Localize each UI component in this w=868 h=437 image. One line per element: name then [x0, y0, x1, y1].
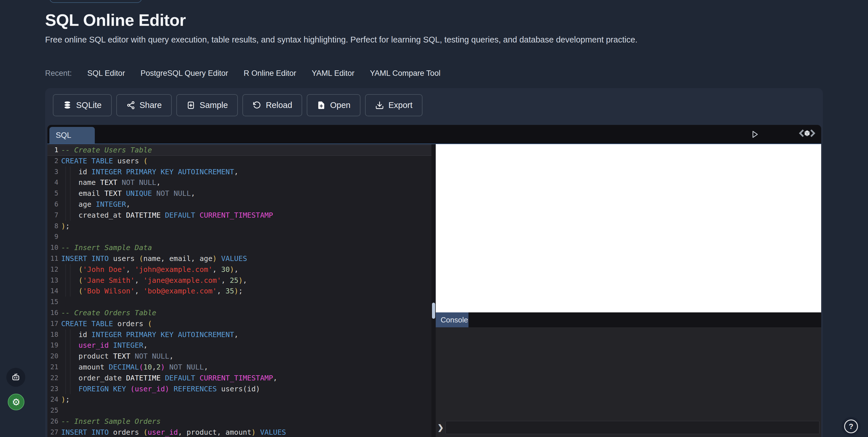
button-label: Reload	[266, 100, 292, 110]
code-text: created_at DATETIME DEFAULT CURRENT_TIME…	[61, 210, 431, 221]
line-number: 24	[48, 394, 61, 405]
code-text: INSERT INTO orders (user_id, product, am…	[61, 427, 431, 437]
console-prompt-row: ❯	[436, 421, 819, 434]
open-button[interactable]: Open	[307, 94, 361, 116]
code-line: 14 ('Bob Wilson', 'bob@example.com', 35)…	[48, 286, 431, 296]
editor-scrollbar[interactable]	[431, 144, 436, 437]
code-line: 8);	[48, 221, 431, 232]
code-line: 2CREATE TABLE users (	[48, 156, 431, 166]
button-label: Sample	[199, 100, 228, 110]
code-line: 9	[48, 231, 431, 242]
page: SQL Online Editor Free online SQL editor…	[0, 0, 868, 437]
code-line: 13 ('Jane Smith', 'jane@example.com', 25…	[48, 275, 431, 286]
database-icon	[63, 101, 72, 110]
recent-link-2[interactable]: PostgreSQL Query Editor	[141, 69, 228, 78]
toolbar: SQLiteShareSampleReloadOpenExport	[53, 94, 423, 116]
code-line: 21 amount DECIMAL(10,2) NOT NULL,	[48, 362, 431, 373]
code-preview-icon[interactable]	[799, 129, 815, 137]
code-text: email TEXT UNIQUE NOT NULL,	[61, 188, 431, 199]
code-text: );	[61, 394, 431, 405]
recent-link-5[interactable]: YAML Compare Tool	[370, 69, 441, 78]
code-line: 1-- Create Users Table	[48, 145, 431, 156]
console-tabbar: Console	[436, 312, 821, 327]
right-pane: Console ❯	[436, 144, 821, 437]
code-line: 18 id INTEGER PRIMARY KEY AUTOINCREMENT,	[48, 329, 431, 340]
line-number: 16	[48, 308, 61, 318]
code-text: FOREIGN KEY (user_id) REFERENCES users(i…	[61, 383, 431, 395]
sqlite-button[interactable]: SQLite	[53, 94, 112, 116]
file-open-icon	[317, 101, 326, 110]
button-label: SQLite	[76, 100, 102, 110]
code-line: 24);	[48, 394, 431, 405]
code-line: 3 id INTEGER PRIMARY KEY AUTOINCREMENT,	[48, 166, 431, 178]
results-panel	[436, 144, 821, 312]
gear-icon: ⚙	[12, 397, 21, 408]
code-line: 25	[48, 405, 431, 416]
sample-button[interactable]: Sample	[176, 94, 238, 116]
recent-link-3[interactable]: R Online Editor	[244, 69, 296, 78]
console-panel: ❯	[436, 327, 821, 437]
code-line: 19 user_id INTEGER,	[48, 340, 431, 351]
editor-tabbar: SQL	[48, 125, 821, 144]
code-line: 15	[48, 296, 431, 308]
run-query-icon[interactable]	[750, 129, 760, 139]
code-text: -- Insert Sample Data	[61, 242, 431, 253]
code-text: order_date DATETIME DEFAULT CURRENT_TIME…	[61, 373, 431, 383]
recent-link-1[interactable]: SQL Editor	[87, 69, 125, 78]
tab-sql-label: SQL	[56, 131, 71, 140]
tab-sql[interactable]: SQL	[50, 127, 95, 144]
help-button[interactable]: ?	[842, 417, 861, 436]
line-number: 7	[48, 210, 61, 221]
line-number: 17	[48, 318, 61, 329]
code-text: -- Create Orders Table	[61, 308, 431, 318]
tab-console[interactable]: Console	[436, 312, 468, 327]
robot-icon	[11, 372, 21, 382]
console-input[interactable]	[445, 421, 819, 434]
code-text: id INTEGER PRIMARY KEY AUTOINCREMENT,	[61, 329, 431, 340]
page-subtitle: Free online SQL editor with query execut…	[45, 35, 638, 44]
recent-links-row: Recent: SQL EditorPostgreSQL Query Edito…	[45, 69, 441, 78]
line-number: 4	[48, 177, 61, 188]
code-text: name TEXT NOT NULL,	[61, 177, 431, 188]
line-number: 10	[48, 242, 61, 253]
export-button[interactable]: Export	[365, 94, 423, 116]
code-line: 20 product TEXT NOT NULL,	[48, 351, 431, 362]
line-number: 1	[48, 145, 61, 156]
code-text: id INTEGER PRIMARY KEY AUTOINCREMENT,	[61, 166, 431, 178]
line-number: 27	[48, 427, 61, 437]
code-text: CREATE TABLE users (	[61, 156, 431, 166]
settings-button[interactable]: ⚙	[8, 394, 24, 410]
code-text: -- Insert Sample Orders	[61, 416, 431, 427]
chatbot-button[interactable]	[6, 368, 25, 387]
line-number: 5	[48, 188, 61, 199]
code-text: );	[61, 221, 431, 232]
recent-links: SQL EditorPostgreSQL Query EditorR Onlin…	[87, 69, 440, 78]
line-number: 21	[48, 362, 61, 373]
editor-body: 1-- Create Users Table2CREATE TABLE user…	[48, 144, 821, 437]
tab-console-label: Console	[441, 316, 468, 324]
code-line: 4 name TEXT NOT NULL,	[48, 177, 431, 188]
line-number: 6	[48, 199, 61, 210]
code-text: ('Bob Wilson', 'bob@example.com', 35);	[61, 286, 431, 296]
line-number: 11	[48, 253, 61, 264]
code-text: amount DECIMAL(10,2) NOT NULL,	[61, 362, 431, 373]
share-icon	[126, 101, 135, 110]
reload-button[interactable]: Reload	[242, 94, 302, 116]
code-text: INSERT INTO users (name, email, age) VAL…	[61, 253, 431, 264]
line-number: 2	[48, 156, 61, 166]
editor-panel: SQL 1-- Create Users Table2CREATE TABLE …	[48, 125, 821, 437]
sql-code-editor[interactable]: 1-- Create Users Table2CREATE TABLE user…	[48, 144, 431, 437]
line-number: 13	[48, 275, 61, 286]
line-number: 12	[48, 264, 61, 275]
share-button[interactable]: Share	[116, 94, 172, 116]
scrollbar-thumb[interactable]	[432, 303, 435, 319]
recent-link-4[interactable]: YAML Editor	[312, 69, 354, 78]
code-line: 6 age INTEGER,	[48, 199, 431, 210]
file-plus-outline-icon	[186, 101, 195, 110]
code-text: -- Create Users Table	[61, 145, 431, 156]
editor-card: SQLiteShareSampleReloadOpenExport SQL 1-…	[45, 88, 823, 437]
code-text: ('Jane Smith', 'jane@example.com', 25),	[61, 275, 431, 286]
code-line: 17CREATE TABLE orders (	[48, 318, 431, 329]
line-number: 14	[48, 286, 61, 296]
code-line: 7 created_at DATETIME DEFAULT CURRENT_TI…	[48, 210, 431, 221]
